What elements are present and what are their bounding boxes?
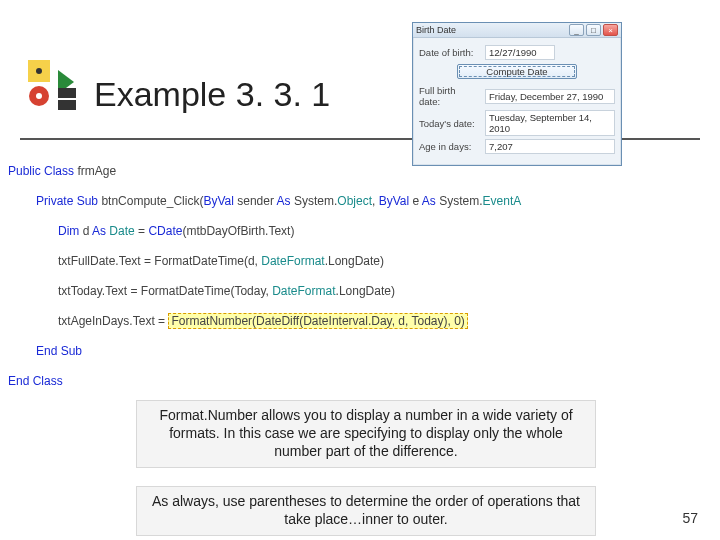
caption-formatnumber: Format.Number allows you to display a nu…: [136, 400, 596, 468]
code-text: e: [409, 194, 422, 208]
code-text: txtFullDate.Text = FormatDateTime(d,: [58, 254, 261, 268]
code-kw: End Sub: [36, 344, 82, 358]
code-text: btnCompute_Click(: [101, 194, 203, 208]
app-window: Birth Date _ □ × Date of birth: 12/27/19…: [412, 22, 622, 166]
code-kw: As: [92, 224, 106, 238]
dob-label: Date of birth:: [419, 47, 479, 58]
code-text: d: [79, 224, 92, 238]
code-type: Object: [337, 194, 372, 208]
age-label: Age in days:: [419, 141, 479, 152]
close-button[interactable]: ×: [603, 24, 618, 36]
code-type: DateFormat: [261, 254, 324, 268]
caption-parentheses: As always, use parentheses to determine …: [136, 486, 596, 536]
code-kw: CDate: [148, 224, 182, 238]
full-output: Friday, December 27, 1990: [485, 89, 615, 104]
svg-point-6: [36, 93, 42, 99]
code-kw: ByVal: [379, 194, 409, 208]
slide-title: Example 3. 3. 1: [94, 75, 330, 114]
today-label: Today's date:: [419, 118, 479, 129]
code-text: txtToday.Text = FormatDateTime(Today,: [58, 284, 272, 298]
code-text: ,: [372, 194, 379, 208]
code-text: sender: [234, 194, 277, 208]
code-kw: Public Class: [8, 164, 74, 178]
code-kw: Private Sub: [36, 194, 98, 208]
dob-input[interactable]: 12/27/1990: [485, 45, 555, 60]
window-title: Birth Date: [416, 25, 456, 35]
svg-rect-4: [58, 100, 76, 110]
age-output: 7,207: [485, 139, 615, 154]
code-text: System.: [436, 194, 483, 208]
code-kw: ByVal: [203, 194, 233, 208]
svg-point-5: [36, 68, 42, 74]
titlebar: Birth Date _ □ ×: [413, 23, 621, 38]
code-kw: End Class: [8, 374, 63, 388]
code-block: Public Class frmAge Private Sub btnCompu…: [8, 156, 704, 396]
maximize-button[interactable]: □: [586, 24, 601, 36]
logo-graphic: [28, 60, 80, 112]
code-text: txtAgeInDays.Text =: [58, 314, 168, 328]
highlighted-code: FormatNumber(DateDiff(DateInterval.Day, …: [168, 313, 467, 329]
code-kw: Dim: [58, 224, 79, 238]
today-output: Tuesday, September 14, 2010: [485, 110, 615, 136]
code-type: EventA: [483, 194, 522, 208]
code-text: .LongDate): [325, 254, 384, 268]
code-text: (mtbDayOfBirth.Text): [182, 224, 294, 238]
compute-button[interactable]: Compute Date: [457, 64, 577, 79]
code-kw: As: [277, 194, 291, 208]
svg-rect-3: [58, 88, 76, 98]
code-text: =: [135, 224, 149, 238]
code-type: Date: [106, 224, 135, 238]
code-kw: As: [422, 194, 436, 208]
page-number: 57: [682, 510, 698, 526]
minimize-button[interactable]: _: [569, 24, 584, 36]
code-type: DateFormat: [272, 284, 335, 298]
code-text: System.: [291, 194, 338, 208]
code-text: .LongDate): [336, 284, 395, 298]
code-text: frmAge: [77, 164, 116, 178]
full-label: Full birth date:: [419, 85, 479, 107]
